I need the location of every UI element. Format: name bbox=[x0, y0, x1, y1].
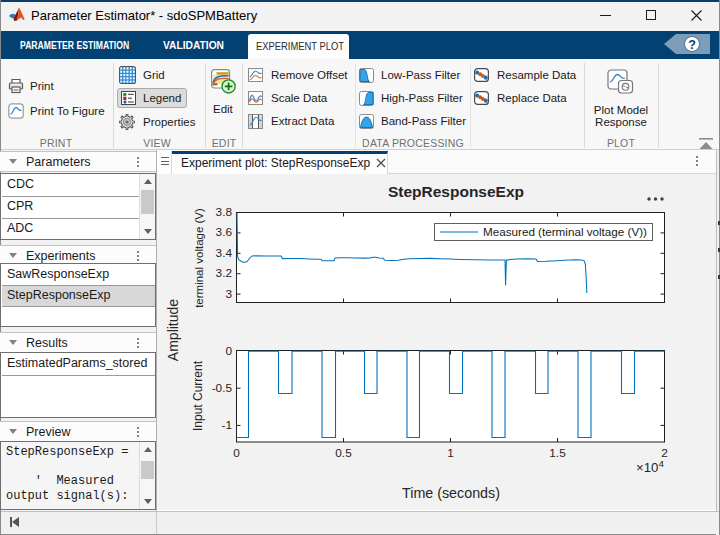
svg-text:?: ? bbox=[688, 38, 696, 52]
